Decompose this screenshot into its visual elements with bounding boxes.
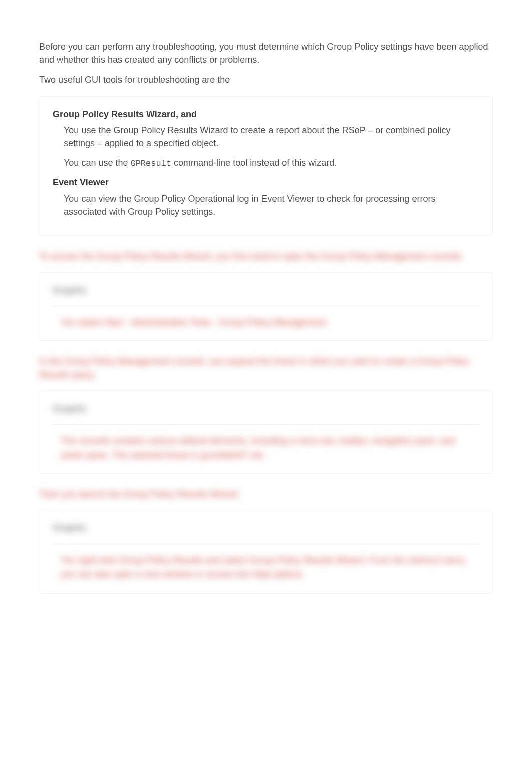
locked-paragraph-3: Then you launch the Group Policy Results… [39, 488, 493, 501]
def-gp-results-wizard-p2: You can use the GPResult command-line to… [64, 156, 479, 170]
def-gp-results-wizard-p2-a: You can use the [64, 158, 130, 168]
locked-card-1: Graphic You select Start - Administrativ… [39, 272, 493, 341]
locked-card-3-body: You right-click Group Policy Results and… [53, 553, 479, 582]
locked-card-1-title: Graphic [53, 284, 87, 297]
gpresult-code: GPResult [130, 159, 171, 168]
document-page: Before you can perform any troubleshooti… [0, 0, 532, 780]
locked-card-1-divider [53, 306, 479, 306]
intro-paragraph-2: Two useful GUI tools for troubleshooting… [39, 73, 493, 86]
def-gp-results-wizard-p1: You use the Group Policy Results Wizard … [64, 124, 479, 150]
tool-item-gp-results-wizard: Group Policy Results Wizard, and You use… [53, 108, 479, 170]
locked-card-2-divider [53, 424, 479, 425]
locked-paragraph-2: In the Group Policy Management console, … [39, 355, 493, 381]
intro-section: Before you can perform any troubleshooti… [39, 40, 493, 86]
def-event-viewer-p1: You can view the Group Policy Operationa… [64, 192, 479, 218]
locked-card-3-divider [53, 544, 479, 544]
tool-item-event-viewer: Event Viewer You can view the Group Poli… [53, 176, 479, 218]
locked-paragraph-1: To access the Group Policy Results Wizar… [39, 250, 493, 263]
locked-card-3: Graphic You right-click Group Policy Res… [39, 510, 493, 594]
locked-card-2: Graphic The console contains various def… [39, 391, 493, 474]
def-gp-results-wizard-p2-b: command-line tool instead of this wizard… [171, 158, 337, 168]
term-event-viewer: Event Viewer [53, 176, 479, 189]
locked-card-1-body: You select Start - Administrative Tools … [53, 315, 479, 330]
locked-card-2-title: Graphic [53, 402, 87, 415]
locked-card-2-body: The console contains various default ele… [53, 434, 479, 463]
def-gp-results-wizard: You use the Group Policy Results Wizard … [53, 124, 479, 170]
intro-paragraph-1: Before you can perform any troubleshooti… [39, 40, 493, 66]
locked-card-3-title: Graphic [53, 521, 87, 534]
tools-definition-card: Group Policy Results Wizard, and You use… [39, 96, 493, 236]
def-event-viewer: You can view the Group Policy Operationa… [53, 192, 479, 218]
term-gp-results-wizard: Group Policy Results Wizard, and [53, 108, 479, 121]
